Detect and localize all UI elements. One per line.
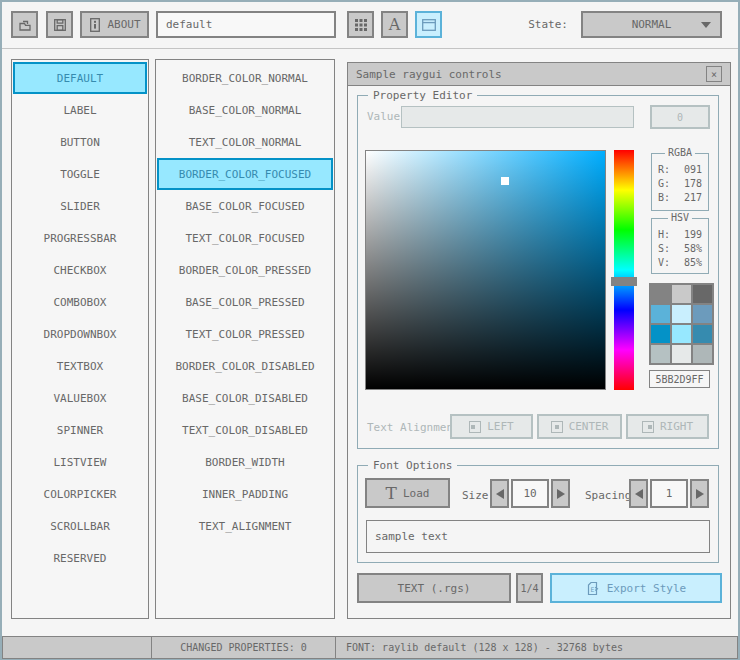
palette-cell-base-disabled[interactable] xyxy=(672,345,691,363)
font-size-value-box[interactable]: 10 xyxy=(511,479,549,508)
property-item-border-color-focused[interactable]: BORDER_COLOR_FOCUSED xyxy=(157,158,333,190)
hex-color-input[interactable]: 5BB2D9FF xyxy=(649,370,710,388)
control-item-label[interactable]: LABEL xyxy=(13,94,147,126)
palette-cell-base-normal[interactable] xyxy=(672,285,691,303)
v-label: V: xyxy=(658,257,670,268)
align-center-label: CENTER xyxy=(569,420,609,433)
font-load-T-icon: T xyxy=(386,485,397,502)
b-value: 217 xyxy=(684,192,702,203)
align-left-button[interactable]: LEFT xyxy=(450,414,533,439)
export-style-button[interactable]: E Export Style xyxy=(550,573,722,603)
font-sample-text: sample text xyxy=(375,530,448,543)
control-item-spinner[interactable]: SPINNER xyxy=(13,414,147,446)
letter-a-icon: A xyxy=(389,17,401,33)
value-button[interactable]: 0 xyxy=(650,105,710,129)
control-item-slider[interactable]: SLIDER xyxy=(13,190,147,222)
palette-cell-text-pressed[interactable] xyxy=(693,325,712,343)
font-atlas-button[interactable]: A xyxy=(381,11,408,38)
property-item-base-color-focused[interactable]: BASE_COLOR_FOCUSED xyxy=(157,190,333,222)
font-spacing-decrease-button[interactable] xyxy=(629,479,648,508)
font-spacing-increase-button[interactable] xyxy=(690,479,709,508)
color-picker-cursor[interactable] xyxy=(501,177,509,185)
control-item-colorpicker[interactable]: COLORPICKER xyxy=(13,478,147,510)
property-item-inner-padding[interactable]: INNER_PADDING xyxy=(157,478,333,510)
save-style-button[interactable] xyxy=(46,11,73,38)
control-item-progressbar[interactable]: PROGRESSBAR xyxy=(13,222,147,254)
align-right-button[interactable]: RIGHT xyxy=(626,414,709,439)
color-saturation-value-picker[interactable] xyxy=(365,150,606,390)
properties-list-panel: BORDER_COLOR_NORMAL BASE_COLOR_NORMAL TE… xyxy=(155,59,335,619)
control-item-reserved[interactable]: RESERVED xyxy=(13,542,147,574)
control-item-textbox[interactable]: TEXTBOX xyxy=(13,350,147,382)
property-item-text-color-focused[interactable]: TEXT_COLOR_FOCUSED xyxy=(157,222,333,254)
palette-cell-text-normal[interactable] xyxy=(693,285,712,303)
arrow-left-icon xyxy=(496,489,504,499)
export-style-label: Export Style xyxy=(607,582,686,595)
property-item-text-color-pressed[interactable]: TEXT_COLOR_PRESSED xyxy=(157,318,333,350)
palette-cell-border-pressed[interactable] xyxy=(651,325,670,343)
controls-list-panel: DEFAULT LABEL BUTTON TOGGLE SLIDER PROGR… xyxy=(11,59,149,619)
property-item-text-color-disabled[interactable]: TEXT_COLOR_DISABLED xyxy=(157,414,333,446)
property-item-border-color-disabled[interactable]: BORDER_COLOR_DISABLED xyxy=(157,350,333,382)
palette-cell-border-focused[interactable] xyxy=(651,305,670,323)
statusbar-section-empty xyxy=(3,637,151,658)
control-item-combobox[interactable]: COMBOBOX xyxy=(13,286,147,318)
style-name-input[interactable] xyxy=(156,11,336,38)
state-dropdown[interactable]: NORMAL xyxy=(581,11,722,38)
b-label: B: xyxy=(658,192,670,203)
property-item-border-color-normal[interactable]: BORDER_COLOR_NORMAL xyxy=(157,62,333,94)
close-button[interactable]: × xyxy=(706,66,722,82)
control-item-default[interactable]: DEFAULT xyxy=(13,62,147,94)
control-panel-button[interactable] xyxy=(415,11,442,38)
rgba-group-label: RGBA xyxy=(665,147,695,158)
font-size-decrease-button[interactable] xyxy=(490,479,509,508)
control-item-toggle[interactable]: TOGGLE xyxy=(13,158,147,190)
about-button[interactable]: ABOUT xyxy=(80,11,149,38)
property-editor-group-label: Property Editor xyxy=(368,89,477,102)
control-item-dropdownbox[interactable]: DROPDOWNBOX xyxy=(13,318,147,350)
property-item-border-color-pressed[interactable]: BORDER_COLOR_PRESSED xyxy=(157,254,333,286)
control-item-button[interactable]: BUTTON xyxy=(13,126,147,158)
statusbar-font-info: FONT: raylib default (128 x 128) - 32768… xyxy=(335,637,737,658)
property-item-base-color-pressed[interactable]: BASE_COLOR_PRESSED xyxy=(157,286,333,318)
palette-cell-border-normal[interactable] xyxy=(651,285,670,303)
align-right-icon xyxy=(642,421,654,433)
font-sample-textbox[interactable]: sample text xyxy=(366,520,710,553)
palette-cell-border-disabled[interactable] xyxy=(651,345,670,363)
font-spacing-value-box[interactable]: 1 xyxy=(650,479,688,508)
align-left-icon xyxy=(469,421,481,433)
svg-text:E: E xyxy=(590,585,594,593)
hue-slider-bar[interactable] xyxy=(614,150,634,390)
property-item-text-color-normal[interactable]: TEXT_COLOR_NORMAL xyxy=(157,126,333,158)
control-item-valuebox[interactable]: VALUEBOX xyxy=(13,382,147,414)
grid-icon xyxy=(354,18,368,32)
font-size-increase-button[interactable] xyxy=(551,479,570,508)
palette-cell-base-pressed[interactable] xyxy=(672,325,691,343)
control-item-scrollbar[interactable]: SCROLLBAR xyxy=(13,510,147,542)
property-item-text-alignment[interactable]: TEXT_ALIGNMENT xyxy=(157,510,333,542)
open-style-button[interactable] xyxy=(11,11,38,38)
palette-cell-text-disabled[interactable] xyxy=(693,345,712,363)
about-button-label: ABOUT xyxy=(107,18,140,31)
control-item-checkbox[interactable]: CHECKBOX xyxy=(13,254,147,286)
s-label: S: xyxy=(658,243,670,254)
property-item-base-color-normal[interactable]: BASE_COLOR_NORMAL xyxy=(157,94,333,126)
save-format-button[interactable]: TEXT (.rgs) xyxy=(357,573,511,603)
property-item-base-color-disabled[interactable]: BASE_COLOR_DISABLED xyxy=(157,382,333,414)
rgba-row-b: B: 217 xyxy=(658,190,702,204)
palette-cell-text-focused[interactable] xyxy=(693,305,712,323)
hue-slider-handle[interactable] xyxy=(611,277,637,286)
font-load-button[interactable]: T Load xyxy=(365,478,450,508)
g-label: G: xyxy=(658,178,670,189)
rgba-group: RGBA R: 091 G: 178 B: 217 xyxy=(651,153,709,211)
s-value: 58% xyxy=(684,243,702,254)
align-center-button[interactable]: CENTER xyxy=(537,414,622,439)
palette-cell-base-focused[interactable] xyxy=(672,305,691,323)
style-table-button[interactable] xyxy=(347,11,374,38)
sample-window-titlebar[interactable]: Sample raygui controls × xyxy=(348,63,730,86)
sample-controls-window: Sample raygui controls × Property Editor… xyxy=(347,62,731,619)
property-item-border-width[interactable]: BORDER_WIDTH xyxy=(157,446,333,478)
value-input[interactable] xyxy=(401,106,634,128)
control-item-listview[interactable]: LISTVIEW xyxy=(13,446,147,478)
format-cycle-button[interactable]: 1/4 xyxy=(516,573,543,603)
